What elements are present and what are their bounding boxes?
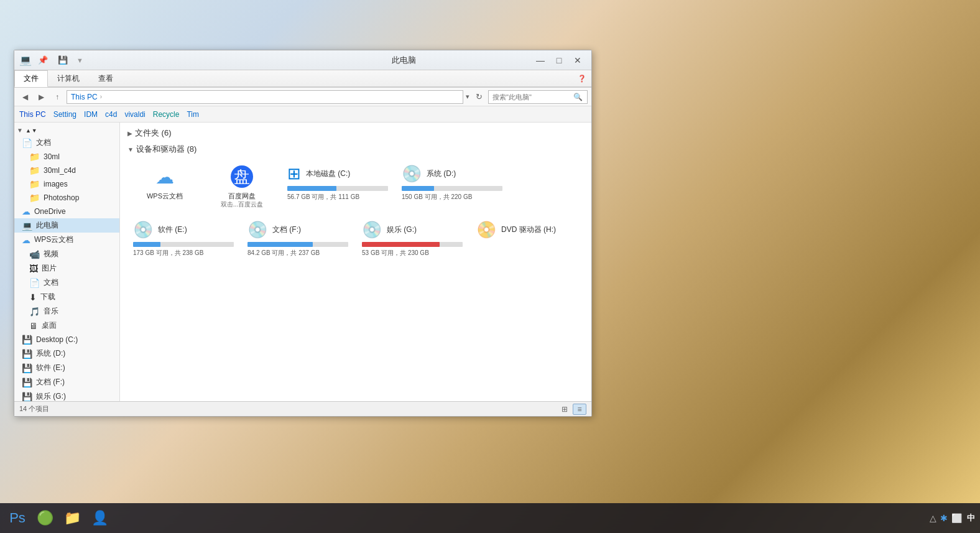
sidebar-item-photoshop[interactable]: 📁 Photoshop (14, 191, 119, 205)
qa-recycle[interactable]: Recycle (153, 110, 180, 119)
address-refresh-btn[interactable]: ↻ (472, 90, 486, 104)
sidebar-item-desktop[interactable]: 🖥 桌面 (14, 318, 119, 333)
sidebar-item-docs[interactable]: 📄 文档 (14, 276, 119, 290)
search-box[interactable]: 🔍 (488, 90, 588, 104)
sidebar-label-photoshop: Photoshop (44, 193, 79, 202)
folders-section-header[interactable]: ▶ 文件夹 (6) (127, 127, 584, 139)
address-path[interactable]: This PC › (67, 90, 463, 104)
title-bar-left: 💻 📌 💾 ▼ (19, 53, 275, 67)
ribbon-tab-file[interactable]: 文件 (14, 70, 48, 87)
sidebar-item-documents[interactable]: 📄 文档 (14, 136, 119, 150)
close-button[interactable]: ✕ (569, 53, 586, 67)
sidebar-item-drive-e[interactable]: 💾 软件 (E:) (14, 361, 119, 375)
tray-arrow-icon[interactable]: △ (930, 513, 936, 523)
qa-setting[interactable]: Setting (53, 110, 76, 119)
cloud-icon: ☁ (22, 206, 30, 216)
tray-square-icon[interactable]: ⬜ (951, 513, 962, 523)
sidebar-label-drive-f: 文档 (F:) (36, 377, 65, 387)
drive-h-name: DVD 驱动器 (H:) (501, 225, 556, 235)
search-input[interactable] (492, 93, 573, 101)
ps-icon: Ps (9, 510, 25, 526)
sidebar-item-this-pc[interactable]: 💻 此电脑 (14, 218, 119, 233)
qa-tim[interactable]: Tim (187, 110, 199, 119)
sidebar-item-30ml[interactable]: 📁 30ml (14, 150, 119, 164)
ribbon-tab-computer[interactable]: 计算机 (48, 70, 89, 87)
ribbon-tab-view[interactable]: 查看 (89, 70, 122, 87)
doc-icon: 📄 (29, 278, 40, 288)
drive-g-name: 娱乐 (G:) (387, 225, 417, 235)
tray-star-icon[interactable]: ✱ (940, 513, 948, 523)
video-icon: 📹 (29, 249, 40, 259)
drive-e[interactable]: 💿 软件 (E:) 173 GB 可用，共 238 GB (127, 216, 239, 262)
language-indicator[interactable]: 中 (967, 512, 975, 524)
sidebar-item-pictures[interactable]: 🖼 图片 (14, 261, 119, 276)
sidebar-label-30ml-c4d: 30ml_c4d (44, 166, 76, 175)
qa-vivaldi[interactable]: vivaldi (124, 110, 145, 119)
maximize-button[interactable]: □ (550, 53, 568, 67)
sidebar-item-images[interactable]: 📁 images (14, 177, 119, 191)
quick-access-save-btn[interactable]: 💾 (54, 53, 72, 67)
window-controls: — □ ✕ (532, 53, 586, 67)
folder-wps-cloud[interactable]: ☁ WPS云文档 (127, 160, 202, 213)
status-count: 14 个项目 (19, 404, 49, 414)
qa-this-pc[interactable]: This PC (19, 110, 46, 119)
sidebar-label-pictures: 图片 (42, 263, 57, 274)
ribbon-help-btn[interactable]: ❓ (573, 70, 591, 86)
devices-section-header[interactable]: ▼ 设备和驱动器 (8) (127, 144, 584, 155)
view-grid-btn[interactable]: ⊞ (558, 404, 571, 415)
drive-g[interactable]: 💿 娱乐 (G:) 53 GB 可用，共 230 GB (356, 216, 468, 262)
sidebar-item-drive-f[interactable]: 💾 文档 (F:) (14, 375, 119, 389)
sidebar-item-onedrive[interactable]: ☁ OneDrive (14, 205, 119, 218)
explorer-icon: 📁 (64, 510, 81, 526)
nav-forward-btn[interactable]: ▶ (34, 90, 48, 104)
qa-idm[interactable]: IDM (84, 110, 98, 119)
drive-c[interactable]: ⊞ 本地磁盘 (C:) 56.7 GB 可用，共 111 GB (282, 160, 394, 213)
drive-f-name: 文档 (F:) (272, 225, 301, 235)
view-list-btn[interactable]: ≡ (573, 404, 586, 415)
desktop-icon: 🖥 (29, 321, 38, 331)
minimize-button[interactable]: — (532, 53, 549, 67)
quick-access-pin-btn[interactable]: 📌 (34, 53, 52, 67)
sidebar-item-drive-d[interactable]: 💾 系统 (D:) (14, 346, 119, 361)
sidebar-section-documents[interactable]: ▼ ▲▼ (14, 125, 119, 136)
sidebar-label-videos: 视频 (44, 249, 58, 259)
sidebar-item-30ml-c4d[interactable]: 📁 30ml_c4d (14, 164, 119, 177)
taskbar-ps[interactable]: Ps (5, 506, 30, 531)
sidebar-item-desktop-c[interactable]: 💾 Desktop (C:) (14, 333, 119, 346)
sidebar-item-wps-cloud[interactable]: ☁ WPS云文档 (14, 233, 119, 247)
sidebar-label-desktop-c: Desktop (C:) (36, 335, 78, 344)
drive-g-icon: 💿 (362, 220, 382, 239)
drive-c-name: 本地磁盘 (C:) (306, 169, 350, 179)
drive-e-progress-fill (133, 242, 160, 247)
drive-d[interactable]: 💿 系统 (D:) 150 GB 可用，共 220 GB (396, 160, 508, 213)
drive-f[interactable]: 💿 文档 (F:) 84.2 GB 可用，共 237 GB (242, 216, 354, 262)
sidebar-item-music[interactable]: 🎵 音乐 (14, 304, 119, 318)
taskbar-explorer[interactable]: 📁 (60, 506, 85, 531)
taskbar-user[interactable]: 👤 (87, 506, 112, 531)
sidebar-item-videos[interactable]: 📹 视频 (14, 247, 119, 261)
folder-baidu[interactable]: 盘 百度网盘 双击...百度云盘 (205, 160, 279, 213)
drive-e-info: 软件 (E:) (158, 225, 187, 235)
drive-h[interactable]: 📀 DVD 驱动器 (H:) (471, 216, 583, 262)
nav-up-btn[interactable]: ↑ (50, 90, 64, 104)
path-this-pc[interactable]: This PC (71, 93, 98, 101)
music-icon: 🎵 (29, 307, 40, 317)
sidebar-label-drive-d: 系统 (D:) (36, 348, 65, 359)
taskbar-green-app[interactable]: 🟢 (32, 506, 57, 531)
sidebar-label-this-pc: 此电脑 (36, 220, 58, 231)
drive-g-progress-fill (362, 242, 440, 247)
drive-c-progress-fill (287, 186, 336, 191)
address-dropdown[interactable]: ▾ (466, 93, 469, 101)
nav-back-btn[interactable]: ◀ (18, 90, 32, 104)
quick-access-bar: This PC Setting IDM c4d vivaldi Recycle … (14, 106, 591, 123)
qa-c4d[interactable]: c4d (105, 110, 117, 119)
sidebar-item-downloads[interactable]: ⬇ 下载 (14, 290, 119, 304)
sidebar: ▼ ▲▼ 📄 文档 📁 30ml 📁 30ml_c4d 📁 images (14, 123, 120, 401)
pc-icon: 💻 (22, 221, 32, 231)
sidebar-item-drive-g[interactable]: 💾 娱乐 (G:) (14, 389, 119, 401)
sidebar-label-drive-e: 软件 (E:) (36, 363, 65, 373)
download-icon: ⬇ (29, 292, 37, 302)
drive-icon-g: 💾 (22, 392, 32, 402)
main-content: ▼ ▲▼ 📄 文档 📁 30ml 📁 30ml_c4d 📁 images (14, 123, 591, 401)
drive-f-progress-fill (247, 242, 313, 247)
